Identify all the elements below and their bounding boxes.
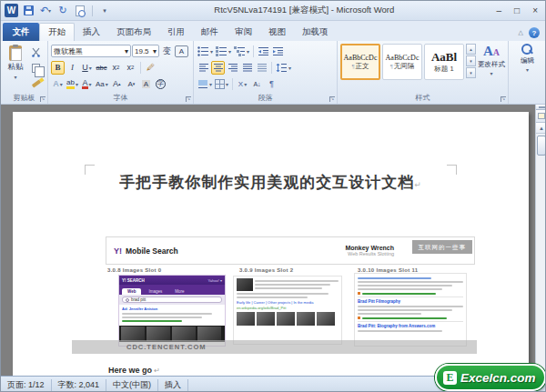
cut-button[interactable] (29, 45, 43, 59)
highlight-button[interactable]: ab▾ (66, 77, 79, 91)
scissors-icon (31, 47, 41, 57)
tab-file[interactable]: 文件 (3, 23, 39, 41)
scrollbar-thumb[interactable] (537, 136, 546, 156)
line-spacing-button[interactable]: ▾ (275, 61, 292, 75)
style-heading1[interactable]: AaBl 标题 1 (424, 44, 464, 80)
sort-button[interactable]: A↓ (250, 77, 264, 91)
styles-dialog-launcher[interactable] (500, 96, 506, 102)
justify-button[interactable] (240, 61, 254, 75)
italic-button[interactable]: I (66, 61, 79, 75)
ribbon: 粘贴 ▾ 剪贴板 微软雅黑▾ 19.5▾ 变 A B (1, 41, 546, 105)
font-name-select[interactable]: 微软雅黑▾ (51, 45, 131, 57)
tab-home[interactable]: 开始 (39, 23, 75, 41)
align-left-icon (198, 63, 209, 73)
status-language[interactable]: 中文(中国) (106, 379, 158, 391)
enclose-characters-button[interactable]: 字 (154, 77, 167, 91)
paragraph-dialog-launcher[interactable] (329, 96, 335, 102)
shrink-font-button[interactable]: A▾ (125, 77, 138, 91)
multilevel-list-button[interactable]: ▾ (233, 45, 250, 58)
vertical-scrollbar[interactable]: ▲ (535, 105, 546, 376)
bullets-button[interactable]: ▾ (197, 45, 214, 58)
tab-view[interactable]: 视图 (260, 23, 294, 41)
watermark-badge: 互联网的一些事 (412, 240, 473, 254)
status-insert-mode[interactable]: 插入 (158, 379, 188, 391)
tab-references[interactable]: 引用 (159, 23, 193, 41)
character-border-button[interactable]: A (175, 45, 188, 57)
clipboard-dialog-launcher[interactable] (40, 96, 46, 102)
superscript-button[interactable]: x2 (124, 61, 137, 75)
strikethrough-button[interactable]: abc (95, 61, 108, 75)
result-photo-thumbnail (237, 278, 253, 291)
document-title[interactable]: 手把手教你制作实用美观的交互设计文档↵ (13, 172, 529, 193)
status-wordcount[interactable]: 字数: 2,041 (52, 379, 107, 391)
tab-addins[interactable]: 加载项 (294, 23, 337, 41)
subscript-button[interactable]: x2 (109, 61, 123, 75)
watermark-bar: CDC.TENCENT.COM (72, 340, 477, 354)
collapse-ribbon-icon[interactable]: △ (519, 29, 523, 36)
font-size-select[interactable]: 19.5▾ (132, 45, 159, 57)
paste-button[interactable]: 粘贴 ▾ (2, 43, 29, 92)
text-effects-button[interactable]: A▾ (51, 77, 65, 91)
ruler-toggle-button[interactable] (536, 110, 546, 123)
editing-button[interactable]: 编辑 ▾ (510, 43, 545, 73)
print-preview-button[interactable] (73, 4, 87, 18)
copy-button[interactable] (29, 61, 43, 75)
styles-scroll-down[interactable]: ▾ (466, 55, 476, 66)
align-right-button[interactable] (226, 61, 239, 75)
distribute-button[interactable] (255, 61, 268, 75)
text-line-skeleton (122, 317, 202, 318)
figure-feature-sub: Web Results Slotting (345, 251, 394, 256)
shading-button[interactable]: ▾ (197, 77, 213, 91)
clear-formatting-button[interactable]: 🖉 (144, 61, 157, 75)
decrease-indent-button[interactable] (257, 45, 270, 58)
watermark-text: CDC.TENCENT.COM (126, 343, 207, 351)
change-case-button[interactable]: Aa▾ (95, 77, 109, 91)
bold-button[interactable]: B (51, 61, 65, 75)
align-left-button[interactable] (197, 61, 210, 75)
split-handle[interactable] (536, 105, 546, 110)
phonetic-guide-button[interactable]: 变 (160, 45, 174, 58)
redo-button[interactable]: ↻ (56, 4, 70, 18)
font-color-button[interactable]: A▾ (80, 77, 94, 91)
group-styles: AaBbCcDc ¶正文 AaBbCcDc ¶无间隔 AaBl 标题 1 ▴ ▾… (338, 41, 509, 104)
word-app-icon[interactable]: W (5, 4, 18, 17)
grow-font-button[interactable]: A▴ (110, 77, 124, 91)
window-title: RtcV5NLva174191 [兼容模式] - Microsoft Word (112, 5, 497, 16)
styles-gallery-more[interactable]: ▾ (466, 67, 476, 78)
paste-dropdown-icon[interactable]: ▾ (14, 74, 16, 80)
style-no-spacing[interactable]: AaBbCcDc ¶无间隔 (382, 44, 422, 80)
tab-page-layout[interactable]: 页面布局 (108, 23, 159, 41)
undo-button[interactable]: ↶▾ (38, 4, 53, 18)
status-page[interactable]: 页面: 1/12 (1, 379, 52, 391)
underline-button[interactable]: U▾ (80, 61, 94, 75)
document-page[interactable]: 手把手教你制作实用美观的交互设计文档↵ Y! Mobile Search Mon… (13, 112, 529, 376)
save-button[interactable] (21, 4, 35, 18)
body-text[interactable]: Here we go ↵ (108, 366, 160, 375)
font-dialog-launcher[interactable] (186, 96, 191, 102)
scroll-up-arrow[interactable]: ▲ (536, 123, 546, 134)
increase-indent-button[interactable] (271, 45, 285, 58)
format-painter-button[interactable] (29, 76, 43, 90)
document-area[interactable]: 手把手教你制作实用美观的交互设计文档↵ Y! Mobile Search Mon… (1, 105, 546, 376)
quick-access-toolbar: W ↶▾ ↻ ▾ (1, 4, 112, 18)
close-button[interactable]: × (532, 5, 538, 15)
minimize-button[interactable]: – (497, 5, 502, 15)
styles-scroll-up[interactable]: ▴ (466, 44, 476, 55)
help-icon[interactable]: ? (529, 27, 540, 38)
align-center-button[interactable] (211, 61, 225, 75)
asian-layout-button[interactable]: X▾ (236, 77, 249, 91)
align-center-icon (213, 63, 224, 73)
tab-insert[interactable]: 插入 (75, 23, 108, 41)
change-styles-button[interactable]: AA 更改样式 ▾ (478, 44, 505, 92)
style-normal[interactable]: AaBbCcDc ¶正文 (340, 44, 380, 80)
character-shading-button[interactable]: A (139, 77, 153, 91)
numbering-button[interactable]: ▾ (215, 45, 232, 58)
maximize-button[interactable]: □ (514, 5, 520, 15)
image-thumbnail (147, 327, 170, 341)
borders-button[interactable]: ▾ (214, 77, 229, 91)
customize-qat-button[interactable]: ▾ (97, 4, 112, 18)
tab-mailings[interactable]: 邮件 (193, 23, 227, 41)
text-line-skeleton (358, 288, 442, 290)
tab-review[interactable]: 审阅 (227, 23, 260, 41)
show-marks-button[interactable]: ¶ (265, 77, 278, 91)
